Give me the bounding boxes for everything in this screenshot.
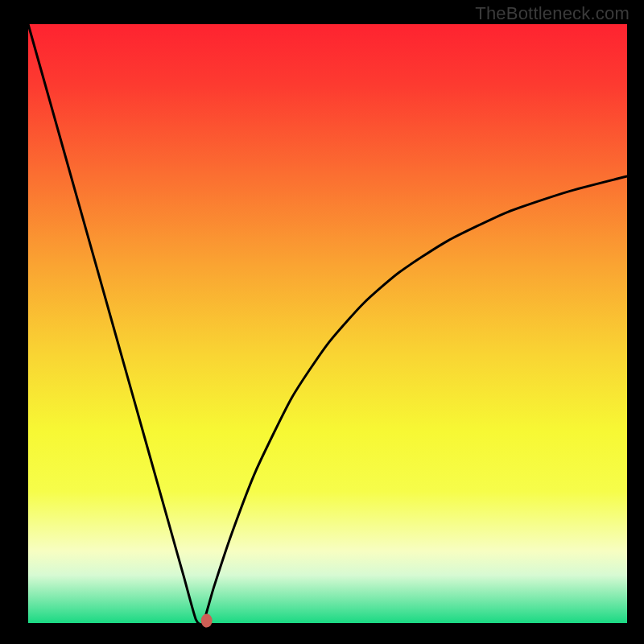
chart-frame: TheBottleneck.com xyxy=(0,0,644,644)
minimum-marker xyxy=(201,614,213,628)
plot-background xyxy=(28,24,627,623)
watermark-text: TheBottleneck.com xyxy=(475,3,630,24)
bottleneck-chart xyxy=(0,0,644,644)
